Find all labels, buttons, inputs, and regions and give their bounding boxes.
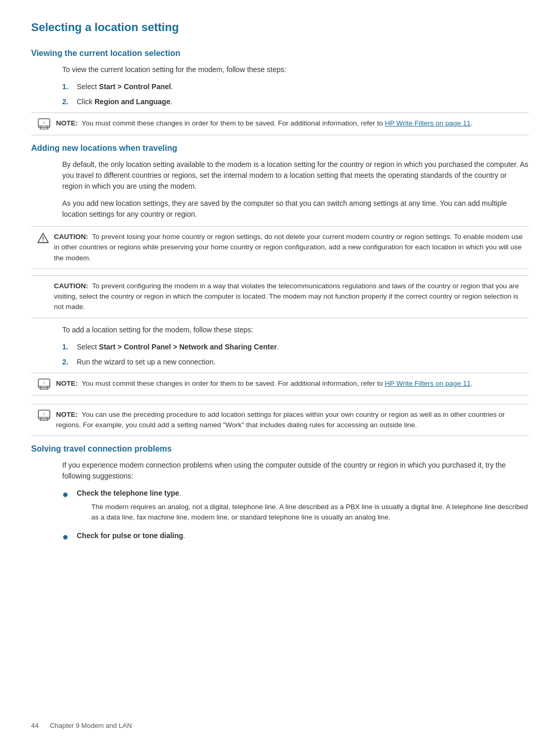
bullet-2-end: . bbox=[183, 531, 185, 540]
caution-2-label: CAUTION: bbox=[54, 282, 88, 290]
adding-step-number-1: 1. bbox=[62, 342, 77, 353]
svg-text:i: i bbox=[44, 120, 45, 125]
caution-box-1: CAUTION: To prevent losing your home cou… bbox=[31, 226, 529, 269]
step-2-text: Click Region and Language. bbox=[77, 96, 529, 107]
note-1-end: . bbox=[471, 119, 473, 127]
adding-note-1-link[interactable]: HP Write Filters on page 11 bbox=[385, 379, 470, 387]
section-adding-title: Adding new locations when traveling bbox=[31, 144, 529, 153]
viewing-note: i NOTE: You must commit these changes in… bbox=[31, 113, 529, 135]
adding-step-2-text: Run the wizard to set up a new connectio… bbox=[77, 357, 529, 368]
bullet-2-bold: Check for pulse or tone dialing bbox=[77, 531, 183, 540]
note-icon-3: i bbox=[37, 410, 52, 421]
adding-note-2-text: You can use the preceding procedure to a… bbox=[56, 411, 505, 429]
step-1-text: Select Start > Control Panel. bbox=[77, 81, 529, 92]
step-number-1: 1. bbox=[62, 81, 77, 92]
caution-2-content: CAUTION: To prevent configuring the mode… bbox=[54, 281, 523, 313]
note-1-link[interactable]: HP Write Filters on page 11 bbox=[385, 119, 470, 127]
page-container: Selecting a location setting Viewing the… bbox=[0, 0, 560, 583]
viewing-steps-list: 1. Select Start > Control Panel. 2. Clic… bbox=[62, 81, 529, 107]
caution-1-label: CAUTION: bbox=[54, 233, 88, 241]
adding-step-1-text: Select Start > Control Panel > Network a… bbox=[77, 342, 529, 353]
note-1-content: NOTE: You must commit these changes in o… bbox=[56, 118, 523, 129]
adding-note-1-text: You must commit these changes in order f… bbox=[82, 379, 385, 387]
caution-1-content: CAUTION: To prevent losing your home cou… bbox=[54, 232, 523, 263]
bullet-1-desc: The modem requires an analog, not a digi… bbox=[91, 502, 529, 523]
caution-2-text: To prevent configuring the modem in a wa… bbox=[54, 282, 519, 311]
bullet-dot-2: ● bbox=[62, 529, 73, 544]
caution-icon-1 bbox=[37, 232, 50, 247]
adding-steps-intro: To add a location setting for the modem,… bbox=[62, 325, 529, 335]
svg-point-8 bbox=[43, 241, 44, 242]
bullet-1-end: . bbox=[179, 489, 181, 497]
bullet-dot-1: ● bbox=[62, 486, 73, 502]
page-title: Selecting a location setting bbox=[31, 21, 529, 36]
svg-text:i: i bbox=[44, 411, 45, 416]
page-footer: 44 Chapter 9 Modem and LAN bbox=[31, 722, 132, 729]
note-icon: i bbox=[37, 118, 52, 130]
caution-box-2: CAUTION: To prevent configuring the mode… bbox=[31, 275, 529, 318]
note-1-label: NOTE: bbox=[56, 119, 78, 127]
step-1-end: . bbox=[171, 82, 173, 91]
footer-chapter: Chapter 9 Modem and LAN bbox=[50, 722, 132, 729]
section-solving: Solving travel connection problems If yo… bbox=[31, 444, 529, 544]
footer-page-num: 44 bbox=[31, 722, 38, 729]
svg-text:i: i bbox=[44, 380, 45, 385]
section-adding: Adding new locations when traveling By d… bbox=[31, 144, 529, 436]
solving-intro: If you experience modem connection probl… bbox=[62, 460, 529, 482]
step-1-bold: Start > Control Panel bbox=[99, 82, 171, 91]
caution-1-text: To prevent losing your home country or r… bbox=[54, 233, 523, 262]
adding-note-2: i NOTE: You can use the preceding proced… bbox=[31, 404, 529, 437]
adding-note-2-content: NOTE: You can use the preceding procedur… bbox=[56, 410, 523, 431]
adding-step-2: 2. Run the wizard to set up a new connec… bbox=[62, 357, 529, 368]
section-viewing: Viewing the current location selection T… bbox=[31, 49, 529, 135]
adding-note-1-content: NOTE: You must commit these changes in o… bbox=[56, 378, 523, 389]
step-1-plain: Select bbox=[77, 82, 99, 91]
viewing-step-1: 1. Select Start > Control Panel. bbox=[62, 81, 529, 92]
section-viewing-title: Viewing the current location selection bbox=[31, 49, 529, 58]
adding-step-1: 1. Select Start > Control Panel > Networ… bbox=[62, 342, 529, 353]
adding-step-1-plain: Select bbox=[77, 343, 99, 351]
bullet-1-content: Check the telephone line type. The modem… bbox=[77, 488, 529, 523]
adding-steps-list: 1. Select Start > Control Panel > Networ… bbox=[62, 342, 529, 368]
bullet-item-2: ● Check for pulse or tone dialing. bbox=[62, 530, 529, 544]
viewing-step-2: 2. Click Region and Language. bbox=[62, 96, 529, 107]
note-1-text: You must commit these changes in order f… bbox=[82, 119, 385, 127]
adding-step-1-end: . bbox=[277, 343, 279, 351]
adding-note-1-label: NOTE: bbox=[56, 379, 78, 387]
step-2-bold: Region and Language bbox=[94, 97, 170, 106]
section-viewing-intro: To view the current location setting for… bbox=[62, 64, 529, 75]
step-2-plain: Click bbox=[77, 97, 94, 106]
adding-para-1: By default, the only location setting av… bbox=[62, 159, 529, 192]
adding-note-1-end: . bbox=[471, 379, 473, 387]
step-2-end: . bbox=[170, 97, 172, 106]
adding-step-number-2: 2. bbox=[62, 357, 77, 368]
adding-para-2: As you add new location settings, they a… bbox=[62, 198, 529, 220]
bullet-2-content: Check for pulse or tone dialing. bbox=[77, 530, 529, 541]
adding-step-1-bold: Start > Control Panel > Network and Shar… bbox=[99, 343, 277, 351]
bullet-1-bold: Check the telephone line type bbox=[77, 489, 179, 497]
bullet-item-1: ● Check the telephone line type. The mod… bbox=[62, 488, 529, 523]
note-icon-2: i bbox=[37, 378, 52, 390]
section-solving-title: Solving travel connection problems bbox=[31, 444, 529, 454]
step-number-2: 2. bbox=[62, 96, 77, 107]
adding-note-1: i NOTE: You must commit these changes in… bbox=[31, 373, 529, 396]
adding-note-2-label: NOTE: bbox=[56, 411, 78, 418]
solving-bullets: ● Check the telephone line type. The mod… bbox=[62, 488, 529, 544]
